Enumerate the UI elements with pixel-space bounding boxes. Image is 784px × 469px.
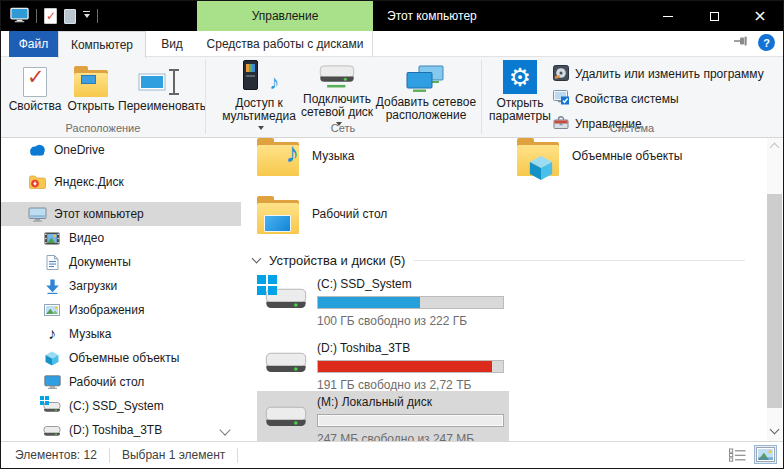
uninstall-program-button[interactable]: Удалить или изменить программу	[553, 64, 764, 84]
qat-new-item-icon[interactable]	[64, 9, 76, 24]
sidebar-item-downloads[interactable]: Загрузки	[1, 274, 241, 298]
yandex-disk-icon	[27, 175, 47, 189]
minimize-icon	[663, 16, 673, 17]
folder-tile-3d-objects[interactable]: Объемные объекты	[517, 142, 769, 196]
navigation-pane: OneDrive Яндекс.Диск Этот компьютер Виде…	[1, 138, 241, 441]
capacity-bar	[317, 414, 504, 427]
pin-ribbon-icon[interactable]	[734, 35, 749, 50]
sidebar-item-documents[interactable]: Документы	[1, 250, 241, 274]
sidebar-item-videos[interactable]: Видео	[1, 226, 241, 250]
drive-tile-d[interactable]: (D:) Toshiba_3TB 191 ГБ свободно из 2,72…	[257, 337, 509, 389]
sidebar-item-onedrive[interactable]: OneDrive	[1, 138, 241, 162]
properties-button[interactable]: ✓ Свойства	[7, 60, 63, 122]
media-access-button[interactable]: ♪ Доступ к мультимедиа	[219, 60, 299, 122]
folder-music-icon: ♪	[257, 142, 299, 176]
ribbon-tab-row: Файл Компьютер Вид Средства работы с дис…	[1, 31, 783, 57]
hdd-windows-icon	[42, 400, 62, 413]
scroll-up-icon[interactable]	[769, 143, 779, 153]
hdd-icon	[42, 424, 62, 437]
folder-3d-icon	[517, 142, 559, 176]
ribbon-corner-icons: ?	[734, 34, 775, 51]
properties-icon: ✓	[23, 60, 47, 97]
computer-icon	[27, 207, 47, 222]
network-location-icon	[406, 60, 446, 93]
map-network-drive-button[interactable]: Подключить сетевой диск	[299, 60, 375, 122]
sidebar-item-this-pc[interactable]: Этот компьютер	[1, 202, 241, 226]
pictures-icon	[42, 304, 62, 316]
close-icon: ×	[753, 8, 766, 24]
desktop-icon	[42, 375, 62, 389]
maximize-icon	[710, 12, 719, 21]
devices-section-header[interactable]: Устройства и диски (5)	[253, 253, 745, 268]
title-bar: ✓ Управление Этот компьютер ×	[1, 1, 783, 31]
documents-icon	[42, 255, 62, 270]
view-toggle-buttons	[726, 445, 777, 464]
sidebar-item-drive-c[interactable]: (C:) SSD_System	[1, 394, 241, 418]
group-label-network: Сеть	[205, 122, 481, 134]
video-icon	[42, 232, 62, 245]
contextual-tab-manage[interactable]: Управление	[197, 1, 373, 31]
tab-disk-tools[interactable]: Средства работы с дисками	[198, 31, 373, 57]
maximize-button[interactable]	[691, 1, 737, 31]
sidebar-item-drive-d[interactable]: (D:) Toshiba_3TB	[1, 418, 241, 441]
network-drive-icon	[318, 60, 356, 90]
status-separator	[237, 448, 238, 463]
windows-logo-overlay	[257, 275, 277, 295]
window-controls: ×	[645, 1, 783, 31]
large-icons-view-button[interactable]	[754, 445, 777, 464]
add-network-location-button[interactable]: Добавить сетевое расположение	[373, 60, 479, 122]
section-divider	[414, 260, 745, 261]
qat-customize-arrow-icon[interactable]	[83, 11, 90, 21]
sidebar-item-pictures[interactable]: Изображения	[1, 298, 241, 322]
open-button[interactable]: Открыть	[65, 60, 117, 122]
downloads-icon	[42, 279, 62, 294]
details-view-button[interactable]	[726, 445, 749, 464]
drive-tile-m[interactable]: (M:) Локальный диск 247 МБ свободно из 2…	[257, 391, 509, 443]
window-title: Этот компьютер	[387, 1, 477, 31]
hdd-icon	[259, 341, 317, 389]
3d-objects-icon	[42, 351, 62, 366]
tab-file[interactable]: Файл	[9, 31, 58, 57]
system-properties-icon	[553, 90, 569, 108]
folder-tile-music[interactable]: ♪ Музыка	[257, 142, 509, 196]
scroll-down-icon[interactable]	[769, 425, 779, 435]
qat-properties-icon[interactable]: ✓	[44, 8, 57, 24]
system-properties-button[interactable]: Свойства системы	[553, 89, 679, 109]
explorer-window: ✓ Управление Этот компьютер × Файл Компь…	[0, 0, 784, 469]
folder-tile-desktop[interactable]: Рабочий стол	[257, 200, 509, 254]
settings-gear-icon: ⚙	[503, 60, 537, 94]
tab-computer[interactable]: Компьютер	[58, 31, 146, 58]
open-settings-button[interactable]: ⚙ Открыть параметры	[487, 60, 553, 122]
vertical-scrollbar[interactable]	[767, 138, 782, 441]
status-separator	[109, 448, 110, 463]
rename-icon	[141, 60, 183, 97]
status-bar: Элементов: 12 Выбран 1 элемент	[1, 441, 783, 468]
media-access-icon: ♪	[241, 60, 277, 94]
ribbon: ✓ Свойства Открыть Переименовать Располо…	[1, 57, 783, 138]
folder-desktop-icon	[257, 200, 299, 234]
group-label-system: Система	[481, 122, 783, 134]
help-icon[interactable]: ?	[758, 34, 775, 51]
tab-view[interactable]: Вид	[146, 31, 198, 57]
quick-access-toolbar: ✓	[10, 1, 98, 31]
music-icon: ♪	[42, 326, 62, 342]
minimize-button[interactable]	[645, 1, 691, 31]
drive-tile-c[interactable]: (C:) SSD_System 100 ГБ свободно из 222 Г…	[257, 273, 509, 325]
hdd-icon	[259, 395, 317, 443]
sidebar-item-music[interactable]: ♪ Музыка	[1, 322, 241, 346]
file-list-pane: ♪ Музыка Объемные объекты Рабочий стол У…	[241, 138, 783, 441]
capacity-bar	[317, 296, 504, 309]
sidebar-item-desktop[interactable]: Рабочий стол	[1, 370, 241, 394]
collapse-chevron-icon[interactable]	[252, 254, 262, 264]
sidebar-item-3d-objects[interactable]: Объемные объекты	[1, 346, 241, 370]
explorer-window-icon	[10, 7, 29, 26]
uninstall-program-icon	[553, 65, 569, 84]
group-label-location: Расположение	[1, 122, 205, 134]
close-button[interactable]: ×	[737, 1, 783, 31]
sidebar-item-yandex-disk[interactable]: Яндекс.Диск	[1, 170, 241, 194]
qat-separator	[97, 9, 98, 23]
items-count: Элементов: 12	[15, 448, 97, 462]
scrollbar-thumb[interactable]	[767, 194, 782, 408]
rename-button[interactable]: Переименовать	[119, 60, 205, 122]
hdd-windows-icon	[259, 277, 317, 325]
